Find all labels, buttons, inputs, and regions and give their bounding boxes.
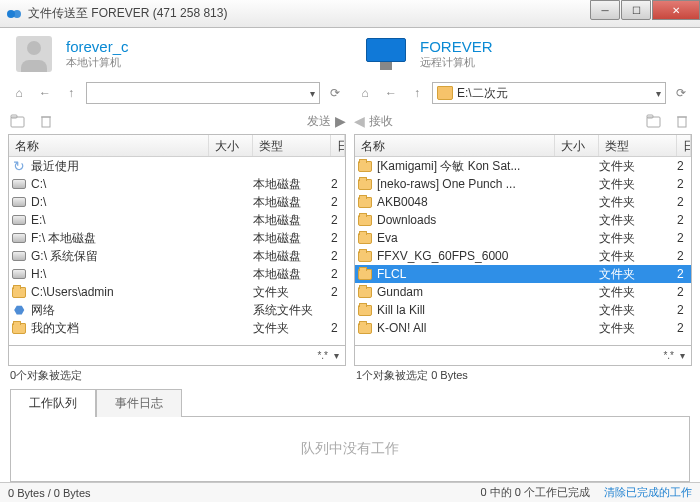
send-arrow-icon: ▶	[335, 113, 346, 129]
receive-button[interactable]: ◀ 接收	[354, 113, 393, 130]
footer-bytes: 0 Bytes / 0 Bytes	[8, 487, 91, 499]
local-filter-input[interactable]: *.* ▾	[8, 346, 346, 366]
drive-icon	[11, 231, 27, 245]
local-list-header[interactable]: 名称 大小 类型 日	[9, 135, 345, 157]
item-type: 本地磁盘	[253, 176, 331, 193]
list-item[interactable]: F:\ 本地磁盘本地磁盘2	[9, 229, 345, 247]
back-icon[interactable]: ←	[380, 82, 402, 104]
item-date: 2	[677, 159, 691, 173]
item-type: 文件夹	[599, 194, 677, 211]
col-size[interactable]: 大小	[555, 135, 599, 156]
avatar-icon	[16, 36, 52, 72]
send-button[interactable]: 发送 ▶	[307, 113, 346, 130]
list-item[interactable]: E:\本地磁盘2	[9, 211, 345, 229]
footer-jobs: 0 中的 0 个工作已完成	[481, 485, 590, 500]
tab-log[interactable]: 事件日志	[96, 389, 182, 417]
list-item[interactable]: G:\ 系统保留本地磁盘2	[9, 247, 345, 265]
delete-icon[interactable]	[672, 111, 692, 131]
item-date: 2	[331, 285, 345, 299]
remote-list-header[interactable]: 名称 大小 类型 日	[355, 135, 691, 157]
item-type: 文件夹	[253, 320, 331, 337]
col-type[interactable]: 类型	[599, 135, 677, 156]
list-item[interactable]: AKB0048文件夹2	[355, 193, 691, 211]
close-button[interactable]: ✕	[652, 0, 700, 20]
remote-sub: 远程计算机	[420, 55, 493, 70]
recv-label: 接收	[369, 113, 393, 130]
item-name: Downloads	[377, 213, 555, 227]
list-item[interactable]: 我的文档文件夹2	[9, 319, 345, 337]
item-name: Kill la Kill	[377, 303, 555, 317]
list-item[interactable]: [neko-raws] One Punch ...文件夹2	[355, 175, 691, 193]
item-name: Gundam	[377, 285, 555, 299]
list-item[interactable]: Kill la Kill文件夹2	[355, 301, 691, 319]
remote-nav: ⌂ ← ↑ E:\二次元 ▾ ⟳	[354, 82, 692, 104]
local-nav: ⌂ ← ↑ ▾ ⟳	[8, 82, 346, 104]
list-item[interactable]: Eva文件夹2	[355, 229, 691, 247]
folder-icon	[357, 249, 373, 263]
folder-icon	[357, 159, 373, 173]
maximize-button[interactable]: ☐	[621, 0, 651, 20]
network-icon: ⬣	[11, 303, 27, 317]
remote-filter-input[interactable]: *.* ▾	[354, 346, 692, 366]
home-icon[interactable]: ⌂	[354, 82, 376, 104]
item-type: 本地磁盘	[253, 248, 331, 265]
folder-icon	[11, 321, 27, 335]
col-date[interactable]: 日	[331, 135, 345, 156]
delete-icon[interactable]	[36, 111, 56, 131]
refresh-icon[interactable]: ⟳	[670, 82, 692, 104]
folder-icon	[357, 231, 373, 245]
list-item[interactable]: Downloads文件夹2	[355, 211, 691, 229]
col-type[interactable]: 类型	[253, 135, 331, 156]
new-folder-icon[interactable]	[8, 111, 28, 131]
list-item[interactable]: ↻最近使用	[9, 157, 345, 175]
list-item[interactable]: ⬣网络系统文件夹	[9, 301, 345, 319]
chevron-down-icon[interactable]: ▾	[680, 350, 685, 361]
up-icon[interactable]: ↑	[406, 82, 428, 104]
folder-icon	[357, 195, 373, 209]
col-name[interactable]: 名称	[9, 135, 209, 156]
col-date[interactable]: 日	[677, 135, 691, 156]
item-type: 文件夹	[599, 176, 677, 193]
folder-icon	[357, 285, 373, 299]
list-item[interactable]: H:\本地磁盘2	[9, 265, 345, 283]
list-item[interactable]: K-ON! All文件夹2	[355, 319, 691, 337]
list-item[interactable]: C:\本地磁盘2	[9, 175, 345, 193]
bottom-tabs: 工作队列 事件日志	[10, 388, 690, 416]
item-date: 2	[331, 267, 345, 281]
item-name: H:\	[31, 267, 209, 281]
new-folder-icon[interactable]	[644, 111, 664, 131]
recv-arrow-icon: ◀	[354, 113, 365, 129]
list-item[interactable]: C:\Users\admin文件夹2	[9, 283, 345, 301]
item-date: 2	[677, 195, 691, 209]
list-item[interactable]: Gundam文件夹2	[355, 283, 691, 301]
remote-file-list[interactable]: 名称 大小 类型 日 [Kamigami] 今敏 Kon Sat...文件夹2[…	[354, 134, 692, 346]
tab-queue[interactable]: 工作队列	[10, 389, 96, 417]
list-item[interactable]: D:\本地磁盘2	[9, 193, 345, 211]
send-label: 发送	[307, 113, 331, 130]
address-text: E:\二次元	[457, 85, 508, 102]
col-size[interactable]: 大小	[209, 135, 253, 156]
list-item[interactable]: FLCL文件夹2	[355, 265, 691, 283]
chevron-down-icon[interactable]: ▾	[334, 350, 339, 361]
minimize-button[interactable]: ─	[590, 0, 620, 20]
item-type: 本地磁盘	[253, 266, 331, 283]
item-date: 2	[677, 249, 691, 263]
item-type: 文件夹	[599, 248, 677, 265]
item-name: FLCL	[377, 267, 555, 281]
clear-completed-link[interactable]: 清除已完成的工作	[604, 485, 692, 500]
local-address-input[interactable]: ▾	[86, 82, 320, 104]
chevron-down-icon[interactable]: ▾	[656, 88, 661, 99]
list-item[interactable]: [Kamigami] 今敏 Kon Sat...文件夹2	[355, 157, 691, 175]
local-file-list[interactable]: 名称 大小 类型 日 ↻最近使用C:\本地磁盘2D:\本地磁盘2E:\本地磁盘2…	[8, 134, 346, 346]
home-icon[interactable]: ⌂	[8, 82, 30, 104]
item-name: G:\ 系统保留	[31, 248, 209, 265]
folder-icon	[357, 177, 373, 191]
folder-icon	[357, 321, 373, 335]
refresh-icon[interactable]: ⟳	[324, 82, 346, 104]
back-icon[interactable]: ←	[34, 82, 56, 104]
col-name[interactable]: 名称	[355, 135, 555, 156]
list-item[interactable]: FFXV_KG_60FPS_6000文件夹2	[355, 247, 691, 265]
remote-address-input[interactable]: E:\二次元 ▾	[432, 82, 666, 104]
up-icon[interactable]: ↑	[60, 82, 82, 104]
chevron-down-icon[interactable]: ▾	[310, 88, 315, 99]
